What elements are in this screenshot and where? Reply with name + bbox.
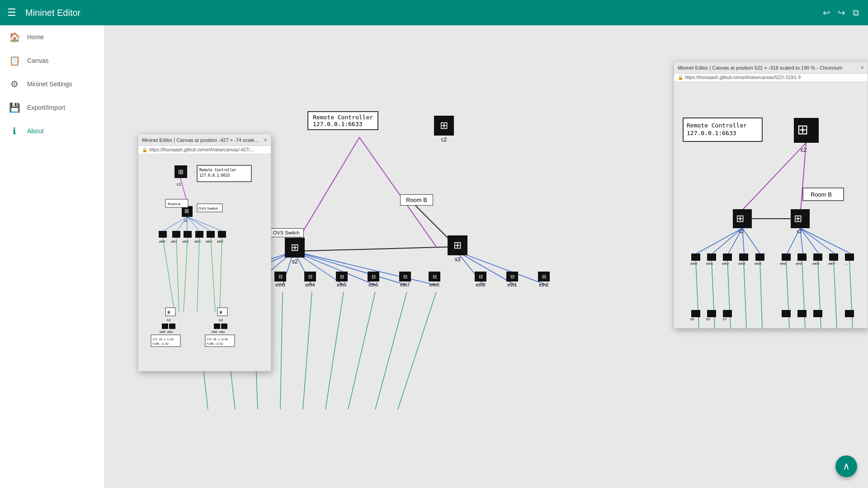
sidebar-item-export-import[interactable]: 💾 Export/Import <box>0 96 104 119</box>
svg-text:h1: h1 <box>167 318 171 322</box>
sidebar-item-canvas[interactable]: 📋 Canvas <box>0 49 104 72</box>
svg-line-62 <box>211 238 215 312</box>
svg-text:Room A: Room A <box>168 202 181 206</box>
eth6-s2[interactable]: ⊟ eth6 <box>368 272 379 287</box>
mini-browser-right-titlebar: Mininet Editor | Canvas at position 522 … <box>674 62 868 74</box>
svg-text:eth3: eth3 <box>194 240 201 243</box>
svg-line-131 <box>696 261 699 328</box>
mini-browser-left-close[interactable]: × <box>264 136 267 143</box>
sidebar-item-about[interactable]: ℹ About <box>0 119 104 143</box>
mini-browser-right-url: https://thomaash.github.io/me/#/view/can… <box>685 75 801 80</box>
room-b-label: Room B <box>400 194 433 206</box>
controller-node[interactable]: ⊞ c2 <box>434 116 454 143</box>
svg-text:Remote Controller: Remote Controller <box>199 168 236 172</box>
svg-text:c1: c1 <box>177 182 181 187</box>
svg-rect-150 <box>845 310 854 317</box>
svg-text:🖥: 🖥 <box>167 310 171 314</box>
mini-network-svg-left: Remote Controller 127.0.0.1:6633 ⊞ c1 ⊞ … <box>138 154 269 371</box>
svg-text:eth1: eth1 <box>706 262 713 266</box>
svg-text:eth0: eth0 <box>212 330 217 333</box>
eth2-s3[interactable]: ⊟ eth2 <box>538 272 550 287</box>
svg-line-90 <box>742 143 806 211</box>
svg-text:OVS Switch: OVS Switch <box>198 206 218 211</box>
menu-icon[interactable]: ☰ <box>7 7 16 19</box>
s2-label: s2 <box>292 258 298 265</box>
c2-label: c2 <box>441 136 447 143</box>
svg-line-102 <box>712 228 742 253</box>
s3-label: s3 <box>455 256 461 263</box>
eth8-s2[interactable]: ⊟ eth8 <box>429 272 440 287</box>
svg-line-22 <box>398 292 436 409</box>
svg-rect-49 <box>195 231 203 238</box>
eth7-s2[interactable]: ⊟ eth7 <box>399 272 411 287</box>
svg-line-119 <box>800 228 835 253</box>
svg-line-61 <box>197 238 199 312</box>
svg-line-45 <box>187 217 222 231</box>
info-icon: ℹ <box>9 126 20 136</box>
svg-text:eth3: eth3 <box>738 262 745 266</box>
svg-rect-121 <box>782 253 791 261</box>
svg-line-21 <box>375 292 407 409</box>
app-title: Mininet Editor <box>25 8 821 18</box>
svg-line-136 <box>786 261 789 328</box>
ovs-switch-label: OVS Switch <box>269 228 304 237</box>
mini-browser-left-url: https://thomaash.github.io/me/#/view/can… <box>149 147 254 152</box>
svg-line-132 <box>712 261 715 328</box>
svg-line-40 <box>163 217 187 231</box>
svg-rect-46 <box>159 231 167 238</box>
svg-line-60 <box>184 238 188 312</box>
mini-browser-right-title: Mininet Editor | Canvas at position 522 … <box>678 65 843 70</box>
open-new-button[interactable]: ⧉ <box>851 6 861 20</box>
mini-browser-left-titlebar: Mininet Editor | Canvas at position -427… <box>138 134 271 146</box>
mini-browser-right-close[interactable]: × <box>860 64 864 71</box>
svg-rect-141 <box>691 310 700 317</box>
svg-rect-125 <box>845 253 854 261</box>
svg-text:172.18.1.2/16: 172.18.1.2/16 <box>207 338 228 341</box>
svg-line-118 <box>800 228 819 253</box>
svg-line-19 <box>326 292 344 409</box>
sidebar-label-mininet-settings: Mininet Settings <box>27 80 72 88</box>
svg-text:h5: h5 <box>706 317 710 321</box>
svg-line-59 <box>176 238 179 312</box>
svg-line-135 <box>760 261 762 328</box>
main-canvas: Remote Controller127.0.0.1:6633 ⊞ c2 Roo… <box>104 25 868 488</box>
redo-button[interactable]: ↪ <box>836 5 847 20</box>
svg-line-20 <box>348 292 375 409</box>
svg-line-140 <box>849 261 853 328</box>
svg-text:h2: h2 <box>219 318 223 322</box>
svg-line-43 <box>187 217 199 231</box>
svg-text:eth0: eth0 <box>159 240 165 243</box>
svg-text:eth2: eth2 <box>722 262 729 266</box>
sidebar-item-mininet-settings[interactable]: ⚙ Mininet Settings <box>0 72 104 96</box>
eth5-s2[interactable]: ⊟ eth5 <box>336 272 348 287</box>
svg-text:eth0: eth0 <box>160 330 165 333</box>
svg-line-44 <box>187 217 211 231</box>
eth0-s3[interactable]: ⊟ eth0 <box>475 272 486 287</box>
svg-text:eth6: eth6 <box>812 262 820 266</box>
s3-node[interactable]: ⊞ s3 <box>448 235 467 263</box>
scroll-up-button[interactable]: ∧ <box>835 455 857 477</box>
svg-text:⊞: ⊞ <box>797 122 808 137</box>
svg-rect-106 <box>691 253 700 261</box>
mini-browser-left-addressbar: 🔒 https://thomaash.github.io/me/#/view/c… <box>138 146 271 154</box>
svg-text:eth0: eth0 <box>690 262 698 266</box>
svg-text:h0: h0 <box>690 317 694 321</box>
controller-box: Remote Controller127.0.0.1:6633 <box>307 111 378 130</box>
eth4-s2[interactable]: ⊟ eth4 <box>304 272 316 287</box>
undo-button[interactable]: ↩ <box>821 5 832 20</box>
s2-node[interactable]: ⊞ s2 <box>285 238 305 265</box>
svg-text:eth2: eth2 <box>183 240 189 243</box>
mini-browser-right-content: Remote Controller 127.0.0.1:6633 ⊞ c2 Ro… <box>674 82 868 328</box>
svg-rect-51 <box>218 231 226 238</box>
sidebar-item-home[interactable]: 🏠 Home <box>0 25 104 49</box>
eth3-s2[interactable]: ⊟ eth3 <box>274 272 286 287</box>
svg-line-116 <box>787 228 800 253</box>
svg-text:eth1: eth1 <box>171 240 177 243</box>
svg-text:eth4: eth4 <box>755 262 762 266</box>
svg-text:⊞: ⊞ <box>178 168 184 175</box>
svg-text:⊞: ⊞ <box>184 208 189 214</box>
topbar-actions: ↩ ↪ ⧉ <box>821 5 861 20</box>
mini-browser-left: Mininet Editor | Canvas at position -427… <box>138 134 271 371</box>
svg-text:Remote Controller: Remote Controller <box>687 122 747 129</box>
eth1-s3[interactable]: ⊟ eth1 <box>506 272 518 287</box>
